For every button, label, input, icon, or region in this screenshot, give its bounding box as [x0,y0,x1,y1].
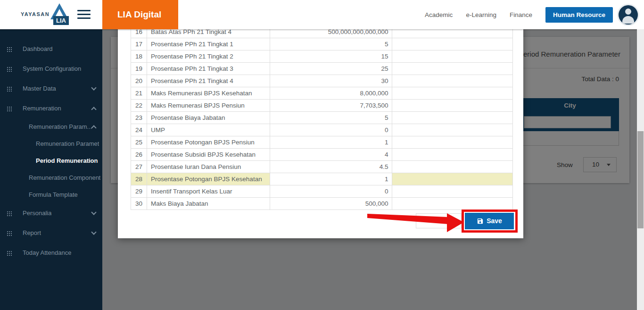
apps-grid-icon [7,47,12,52]
logo-lia-text: LIA [53,16,69,25]
parameter-value[interactable]: 25 [270,63,392,75]
vertical-scrollbar-track[interactable] [637,29,644,310]
row-number: 30 [131,198,147,210]
sidebar-item-system-configuration[interactable]: System Configuration [0,63,102,75]
parameter-value[interactable]: 15 [270,50,392,63]
sidebar-item-dashboard[interactable]: Dashboard [0,43,102,55]
sidebar-item-remuneration-parameter[interactable]: Remuneration Parameter [0,138,102,150]
parameter-value[interactable]: 500,000 [270,198,392,210]
row-number: 23 [131,112,147,124]
parameter-input[interactable] [392,100,513,112]
parameter-input[interactable] [392,75,513,87]
parameter-input[interactable] [392,63,513,75]
chevron-down-icon [91,209,96,215]
parameter-name: Maks Remunerasi BPJS Kesehatan [147,87,270,100]
parameter-input[interactable] [392,185,513,198]
row-number: 19 [131,63,147,75]
parameter-name: Prosentase Biaya Jabatan [147,112,270,124]
lia-logo: LIA [49,3,70,25]
row-number: 17 [131,38,147,50]
table-row: 25Prosentase Potongan BPJS Pensiun1 [131,136,513,149]
chevron-up-icon [91,107,96,112]
parameter-input[interactable] [392,124,513,136]
parameter-input[interactable] [392,149,513,161]
parameter-name: Prosentase Iuran Dana Pensiun [147,161,270,173]
nav-elearning[interactable]: e-Learning [466,11,496,18]
user-avatar[interactable] [617,4,639,26]
parameter-value[interactable]: 8,000,000 [270,87,392,100]
sidebar-item-remuneration-param-group[interactable]: Remuneration Param... [0,121,102,133]
sidebar-item-remuneration-component[interactable]: Remuneration Component [0,172,102,184]
table-row: 29Insentif Transport Kelas Luar0 [131,185,513,198]
sidebar-item-remuneration[interactable]: Remuneration [0,103,102,114]
cancel-button[interactable]: ×Cancel [416,213,462,228]
avatar-circle [619,5,638,25]
parameter-value[interactable]: 0 [270,124,392,136]
parameter-name: Prosentase PPh 21 Tingkat 1 [147,38,270,50]
parameter-value[interactable]: 1 [270,136,392,149]
nav-human-resource-button[interactable]: Human Resource [545,7,613,23]
parameter-name: Maks Remunerasi BPJS Pensiun [147,100,270,112]
apps-grid-icon [7,67,12,72]
avatar-body [622,16,634,24]
sidebar: Dashboard System Configuration Master Da… [0,29,102,310]
menu-hamburger-icon[interactable] [77,10,91,19]
parameter-name: Prosentase Potongan BPJS Kesehatan [147,173,270,185]
parameters-table: 16Batas Atas PPh 21 Tingkat 4500,000,000… [131,25,513,210]
apps-grid-icon [7,251,12,256]
apps-grid-icon [7,211,12,216]
row-number: 22 [131,100,147,112]
parameter-value[interactable]: 0 [270,185,392,198]
apps-grid-icon [7,86,12,92]
chevron-down-icon [91,229,96,235]
table-row: 21Maks Remunerasi BPJS Kesehatan8,000,00… [131,87,513,100]
parameter-value[interactable]: 30 [270,75,392,87]
sidebar-item-report[interactable]: Report [0,227,102,239]
parameter-input[interactable] [392,161,513,173]
nav-academic[interactable]: Academic [425,11,453,18]
brand-yayasan-label: YAYASAN [21,11,50,17]
row-number: 29 [131,185,147,198]
parameter-input[interactable] [392,38,513,50]
parameter-value[interactable]: 7,703,500 [270,100,392,112]
parameter-input[interactable] [392,136,513,149]
cancel-button-label: Cancel [432,217,452,224]
sidebar-item-period-remuneration-parameter[interactable]: Period Remuneration Pa... [0,155,102,167]
sidebar-item-today-attendance[interactable]: Today Attendance [0,247,102,259]
sidebar-item-master-data[interactable]: Master Data [0,83,102,94]
row-number: 18 [131,50,147,63]
row-number: 21 [131,87,147,100]
parameter-name: Maks Biaya Jabatan [147,198,270,210]
parameter-input[interactable] [392,198,513,210]
parameter-value[interactable]: 5 [270,112,392,124]
save-button[interactable]: Save [465,213,514,229]
table-row: 22Maks Remunerasi BPJS Pensiun7,703,500 [131,100,513,112]
row-number: 27 [131,161,147,173]
row-number: 25 [131,136,147,149]
vertical-scrollbar-thumb[interactable] [637,131,644,228]
parameter-value[interactable]: 5 [270,38,392,50]
save-floppy-icon [477,218,484,225]
top-nav: Academic e-Learning Finance Human Resour… [425,0,613,29]
row-number: 24 [131,124,147,136]
sidebar-item-formula-template[interactable]: Formula Template [0,189,102,201]
remuneration-parameter-modal: 16Batas Atas PPh 21 Tingkat 4500,000,000… [118,25,523,238]
parameter-value[interactable]: 1 [270,173,392,185]
parameter-value[interactable]: 4 [270,149,392,161]
parameter-input[interactable] [392,173,513,185]
parameter-name: Insentif Transport Kelas Luar [147,185,270,198]
row-number: 28 [131,173,147,185]
table-row: 24UMP0 [131,124,513,136]
nav-finance[interactable]: Finance [510,11,532,18]
table-row: 23Prosentase Biaya Jabatan5 [131,112,513,124]
parameter-input[interactable] [392,112,513,124]
table-row: 30Maks Biaya Jabatan500,000 [131,198,513,210]
row-number: 20 [131,75,147,87]
table-row: 20Prosentase PPh 21 Tingkat 430 [131,75,513,87]
parameter-input[interactable] [392,87,513,100]
parameter-value[interactable]: 4.5 [270,161,392,173]
parameter-input[interactable] [392,50,513,63]
table-row: 19Prosentase PPh 21 Tingkat 325 [131,63,513,75]
save-button-label: Save [487,217,502,225]
sidebar-item-personalia[interactable]: Personalia [0,208,102,219]
